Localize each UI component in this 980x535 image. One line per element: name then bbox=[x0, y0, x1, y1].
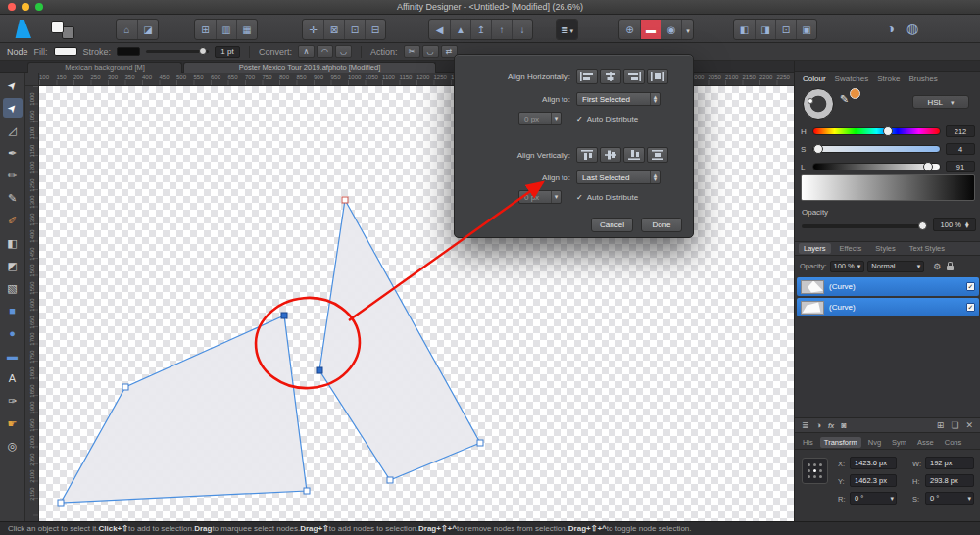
move-to-front-icon[interactable]: ↥ bbox=[470, 20, 491, 39]
tab-constraints[interactable]: Cons bbox=[941, 437, 966, 448]
space-horizontally-button[interactable] bbox=[647, 69, 668, 84]
anchor-point[interactable] bbox=[808, 469, 810, 472]
colour-wheel[interactable] bbox=[803, 88, 834, 120]
align-center-horizontal-button[interactable] bbox=[600, 69, 621, 84]
align-bottom-button[interactable] bbox=[623, 147, 645, 163]
eraser-icon[interactable]: ◪ bbox=[137, 20, 158, 39]
hue-value[interactable]: 212 bbox=[946, 125, 975, 137]
tab-navigator[interactable]: Nvg bbox=[864, 437, 885, 448]
stepper-icon[interactable] bbox=[965, 221, 969, 228]
anchor-point[interactable] bbox=[819, 469, 822, 472]
close-curve-icon[interactable]: ◡ bbox=[422, 45, 439, 58]
saturation-value[interactable]: 4 bbox=[946, 143, 975, 155]
anchor-point[interactable] bbox=[808, 475, 810, 478]
hue-slider-knob[interactable] bbox=[883, 126, 893, 136]
lightness-value[interactable]: 91 bbox=[946, 161, 975, 172]
tab-effects[interactable]: Effects bbox=[835, 243, 867, 254]
delete-layer-icon[interactable]: ✕ bbox=[965, 420, 973, 430]
tab-stroke[interactable]: Stroke bbox=[877, 74, 900, 83]
tab-text-styles[interactable]: Text Styles bbox=[905, 243, 950, 254]
ellipse-tool[interactable]: ● bbox=[3, 323, 23, 343]
vector-crop-tool[interactable]: ▧ bbox=[3, 278, 23, 298]
lock-icon[interactable] bbox=[947, 266, 954, 270]
stroke-swatch[interactable] bbox=[117, 47, 140, 56]
insert-top-icon[interactable]: ◨ bbox=[755, 20, 775, 39]
tab-styles[interactable]: Styles bbox=[870, 243, 900, 254]
anchor-point[interactable] bbox=[813, 463, 816, 466]
vertical-align-to-select[interactable]: Last Selected bbox=[576, 170, 661, 184]
cancel-button[interactable]: Cancel bbox=[591, 218, 633, 232]
y-field[interactable]: 1462.3 px bbox=[850, 474, 897, 487]
stepper-icon[interactable] bbox=[551, 113, 561, 124]
fill-colour-swatch[interactable] bbox=[51, 21, 64, 33]
fill-tool[interactable]: ◧ bbox=[3, 233, 23, 253]
style-cycle-icon[interactable]: ◍ bbox=[902, 19, 923, 38]
stroke-width-slider-knob[interactable] bbox=[199, 47, 207, 55]
pen-tool[interactable]: ✒ bbox=[3, 143, 23, 163]
ruler-origin-corner[interactable] bbox=[25, 73, 39, 86]
document-tab-1[interactable]: Mexican background [M] bbox=[27, 62, 182, 73]
add-layer-icon[interactable]: ⊞ bbox=[937, 420, 945, 430]
grid-icon[interactable]: ⊞ bbox=[195, 20, 216, 39]
hue-slider[interactable] bbox=[812, 127, 941, 135]
vertical-ruler[interactable]: 1000105011001150120012501300135014001450… bbox=[25, 86, 39, 521]
stroke-width-value[interactable]: 1 pt bbox=[215, 46, 240, 58]
transparency-tool[interactable]: ◩ bbox=[3, 256, 23, 275]
flip-vertical-icon[interactable]: ▲ bbox=[450, 20, 470, 39]
rounded-rectangle-tool[interactable]: ▬ bbox=[3, 346, 23, 365]
snap-icon[interactable]: ✛ bbox=[303, 20, 323, 39]
anchor-point[interactable] bbox=[813, 475, 816, 478]
horizontal-spacing-select[interactable]: 0 px bbox=[518, 112, 562, 125]
picked-colour-swatch[interactable] bbox=[850, 88, 860, 99]
transform-origin-icon[interactable]: ⊕ bbox=[619, 20, 640, 39]
eyedropper-icon[interactable]: ✐ bbox=[837, 94, 850, 103]
snap-grid-icon[interactable]: ⊠ bbox=[323, 20, 344, 39]
anchor-point[interactable] bbox=[808, 463, 810, 466]
lightness-slider-knob[interactable] bbox=[923, 162, 933, 171]
move-backward-icon[interactable]: ↓ bbox=[512, 20, 532, 39]
alignment-icon[interactable]: ≣ bbox=[557, 20, 577, 39]
tab-swatches[interactable]: Swatches bbox=[835, 74, 869, 83]
vertical-spacing-select[interactable]: 0 px bbox=[518, 190, 562, 204]
w-field[interactable]: 192 px bbox=[925, 457, 974, 469]
layer-row-2[interactable]: (Curve) bbox=[797, 298, 979, 316]
layers-empty-area[interactable] bbox=[795, 319, 980, 417]
stepper-icon[interactable] bbox=[650, 93, 660, 105]
break-curve-icon[interactable]: ✂ bbox=[404, 45, 420, 58]
blend-mode-select[interactable]: Normal bbox=[867, 261, 924, 272]
snap-object-icon[interactable]: ⊡ bbox=[344, 20, 365, 39]
margins-icon[interactable]: ▦ bbox=[236, 20, 257, 39]
point-transform-tool[interactable]: ✑ bbox=[3, 391, 23, 411]
text-tool[interactable]: A bbox=[3, 368, 23, 388]
document-tab-2[interactable]: Póster Mexico Tour 2019.afphoto [Modifie… bbox=[183, 62, 436, 73]
paint-brush-tool[interactable]: ✎ bbox=[3, 188, 23, 208]
colour-mode-select[interactable]: HSL bbox=[912, 95, 969, 109]
align-right-button[interactable] bbox=[623, 69, 645, 84]
horizontal-align-to-select[interactable]: First Selected bbox=[576, 92, 661, 106]
group-layers-icon[interactable]: ❏ bbox=[951, 420, 958, 430]
align-left-button[interactable] bbox=[576, 69, 598, 84]
tab-colour[interactable]: Colour bbox=[803, 74, 826, 83]
snapping-options-caret[interactable] bbox=[681, 20, 693, 39]
flip-horizontal-icon[interactable]: ◀ bbox=[429, 20, 450, 39]
x-field[interactable]: 1423.6 px bbox=[850, 457, 897, 469]
r-field[interactable]: 0 ° bbox=[850, 492, 897, 505]
smooth-node-icon[interactable]: ◠ bbox=[317, 45, 333, 58]
frame-icon[interactable]: ⌂ bbox=[117, 20, 137, 39]
tab-brushes[interactable]: Brushes bbox=[908, 74, 937, 83]
view-tool[interactable]: ☛ bbox=[3, 413, 23, 433]
layer-visibility-checkbox[interactable] bbox=[966, 282, 975, 291]
rectangle-tool[interactable]: ■ bbox=[3, 301, 23, 320]
opacity-slider[interactable] bbox=[802, 224, 927, 228]
zoom-tool[interactable]: ◎ bbox=[3, 436, 23, 456]
pencil-tool[interactable]: ✏ bbox=[3, 166, 23, 185]
tab-symbols[interactable]: Sym bbox=[888, 437, 910, 448]
anchor-point[interactable] bbox=[819, 463, 822, 466]
saturation-slider-knob[interactable] bbox=[813, 144, 823, 154]
transform-anchor-selector[interactable] bbox=[802, 458, 828, 484]
gear-icon[interactable]: ⚙ bbox=[933, 262, 941, 271]
sharp-node-icon[interactable]: ∧ bbox=[298, 45, 315, 58]
node-tool[interactable]: ➤ bbox=[3, 98, 23, 118]
mask-icon[interactable]: ◙ bbox=[841, 420, 846, 430]
opacity-value-box[interactable]: 100 % bbox=[933, 218, 976, 231]
